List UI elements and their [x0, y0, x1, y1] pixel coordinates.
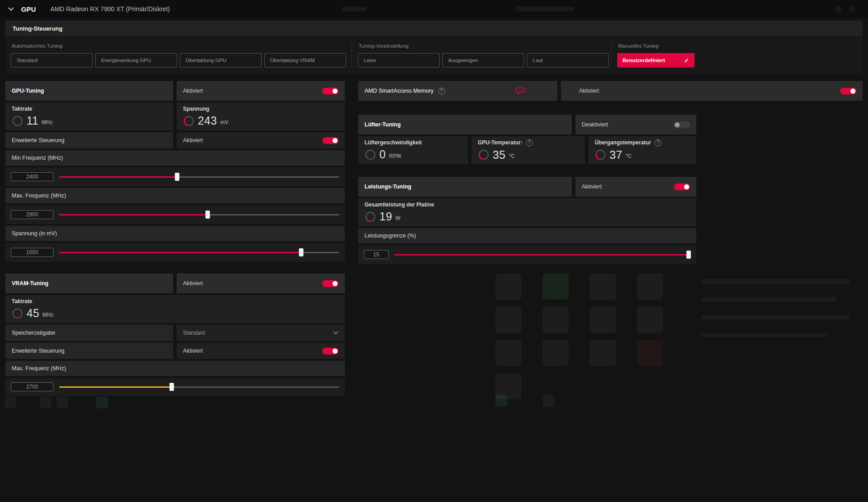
vram-clock-gauge: 45 MHz [12, 307, 53, 320]
button-ausgewogen[interactable]: Ausgewogen [442, 53, 524, 67]
device-name: AMD Radeon RX 7900 XT (Primär/Diskret) [50, 5, 170, 13]
leistungsgrenze-input[interactable] [364, 250, 389, 259]
group-label: Automatisches Tuning [12, 43, 352, 49]
vram-max-frequenz-input[interactable] [11, 382, 53, 391]
gpu-tuning-toggle[interactable] [322, 88, 338, 94]
max-frequenz-label: Max. Frequenz (MHz) [5, 188, 345, 203]
row-label: Speicherzeitgabe [12, 330, 55, 336]
button-leise[interactable]: Leise [358, 53, 440, 67]
gpu-temp-gauge: 35 °C [478, 148, 515, 161]
spannung-slider[interactable] [59, 243, 339, 262]
tuning-steuerung-header: Tuning-Steuerung [5, 21, 863, 37]
check-icon: ✓ [684, 57, 689, 64]
button-uebertaktung-vram[interactable]: Übertaktung VRAM [264, 53, 346, 67]
group-label: Tuning-Voreinstellung [359, 43, 611, 49]
board-power-gauge: 19 W [365, 210, 401, 223]
gauge-icon [183, 115, 195, 127]
min-frequenz-input[interactable] [11, 172, 53, 181]
panel-title: AMD SmartAccess Memory [365, 88, 434, 94]
gpu-advanced-toggle[interactable] [322, 137, 338, 144]
help-icon[interactable] [438, 88, 445, 94]
spannung-input[interactable] [11, 248, 53, 257]
device-selector-chevron-down-icon[interactable] [8, 7, 14, 11]
dropdown-value: Standard [183, 330, 205, 336]
vram-advanced-toggle[interactable] [322, 348, 338, 354]
group-label: Manuelles Tuning [618, 43, 857, 49]
slider-handle[interactable] [299, 248, 303, 256]
gpu-tuning-panel: GPU-Tuning Aktiviert Taktrate 11 MHz Spa… [5, 81, 345, 262]
chevron-down-icon [333, 331, 338, 335]
leistungs-tuning-panel: Leistungs-Tuning Aktiviert Gesamtleistun… [358, 177, 696, 264]
gauge-label: GPU-Temperatur: [478, 139, 522, 146]
smartaccess-toggle[interactable] [840, 88, 856, 94]
section-title: Tuning-Steuerung [13, 25, 62, 32]
gauge-icon [12, 308, 23, 319]
tuning-button-groups: Automatisches Tuning Standard Energiesen… [5, 37, 863, 74]
dimmed-icon [849, 6, 855, 12]
panel-title: VRAM-Tuning [12, 280, 49, 287]
leistungsgrenze-slider[interactable] [395, 245, 691, 264]
luefter-tuning-panel: Lüfter-Tuning Deaktiviert Lüftergeschwin… [358, 115, 696, 164]
group-tuning-voreinstellung: Tuning-Voreinstellung Leise Ausgewogen L… [352, 41, 611, 67]
panel-title: Leistungs-Tuning [365, 184, 411, 190]
top-bar: GPU AMD Radeon RX 7900 XT (Primär/Diskre… [0, 0, 868, 18]
help-icon[interactable] [526, 139, 533, 146]
panel-title: Lüfter-Tuning [365, 121, 401, 128]
spannung-label: Spannung (in mV) [5, 226, 345, 241]
dimmed-tab [342, 7, 367, 11]
device-type-label: GPU [21, 5, 36, 13]
smartaccess-memory-panel: AMD SmartAccess Memory Aktiviert [358, 81, 863, 101]
min-frequenz-slider[interactable] [59, 167, 339, 186]
gauge-icon [365, 149, 376, 161]
vram-tuning-toggle[interactable] [322, 280, 338, 287]
status-text: Aktiviert [183, 88, 203, 94]
row-label: Erweiterte Steuerung [12, 137, 64, 143]
gauge-icon [595, 149, 606, 161]
gauge-label: Lüftergeschwindigkeit [365, 139, 422, 146]
gpu-clock-gauge: 11 MHz [12, 114, 53, 127]
gauge-icon [478, 149, 490, 161]
slider-handle[interactable] [169, 383, 174, 391]
leistungs-tuning-toggle[interactable] [674, 184, 690, 190]
min-frequenz-label: Min Frequenz (MHz) [5, 150, 345, 166]
row-label: Erweiterte Steuerung [12, 348, 64, 354]
button-benutzerdefiniert[interactable]: Benutzerdefiniert ✓ [617, 53, 694, 67]
help-icon[interactable] [654, 139, 661, 146]
gauge-label: Spannung [183, 106, 209, 112]
panel-title: GPU-Tuning [12, 88, 44, 94]
status-text: Aktiviert [582, 184, 601, 190]
gpu-voltage-gauge: 243 mV [183, 114, 228, 127]
gauge-icon [12, 115, 23, 127]
gauge-label: Taktrate [12, 106, 32, 112]
status-text: Deaktiviert [582, 121, 608, 128]
fan-speed-gauge: 0 RPM [365, 148, 401, 161]
gauge-icon [365, 211, 376, 223]
slider-handle[interactable] [175, 173, 179, 181]
slider-handle[interactable] [686, 251, 691, 259]
slider-handle[interactable] [205, 211, 210, 219]
button-laut[interactable]: Laut [527, 53, 609, 67]
status-text: Aktiviert [183, 137, 203, 143]
luefter-tuning-toggle[interactable] [674, 121, 690, 128]
tuning-steuerung-section: Tuning-Steuerung Automatisches Tuning St… [5, 21, 863, 74]
button-energiesenkung-gpu[interactable]: Energiesenkung GPU [95, 53, 177, 67]
junction-temp-gauge: 37 °C [595, 148, 632, 161]
max-frequenz-input[interactable] [11, 210, 53, 219]
button-label: Benutzerdefiniert [623, 58, 665, 63]
gauge-label: Taktrate [12, 298, 32, 305]
dimmed-tab [516, 7, 574, 11]
button-uebertaktung-gpu[interactable]: Übertaktung GPU [180, 53, 262, 67]
vram-max-frequenz-slider[interactable] [59, 378, 339, 396]
vram-tuning-panel: VRAM-Tuning Aktiviert Taktrate 45 MHz Sp… [5, 273, 345, 396]
speicherzeitgabe-dropdown[interactable]: Standard [183, 330, 338, 336]
max-frequenz-slider[interactable] [59, 205, 339, 224]
gauge-label: Gesamtleistung der Platine [365, 202, 434, 208]
group-automatisches-tuning: Automatisches Tuning Standard Energiesen… [11, 41, 352, 67]
dimmed-icon [835, 6, 841, 12]
button-standard[interactable]: Standard [11, 53, 93, 67]
gauge-label: Übergangstemperatur [595, 139, 651, 146]
brain-icon [515, 87, 526, 95]
group-manuelles-tuning: Manuelles Tuning Benutzerdefiniert ✓ [611, 41, 857, 67]
status-text: Aktiviert [579, 88, 599, 94]
vram-max-frequenz-label: Max. Frequenz (MHz) [5, 361, 345, 376]
